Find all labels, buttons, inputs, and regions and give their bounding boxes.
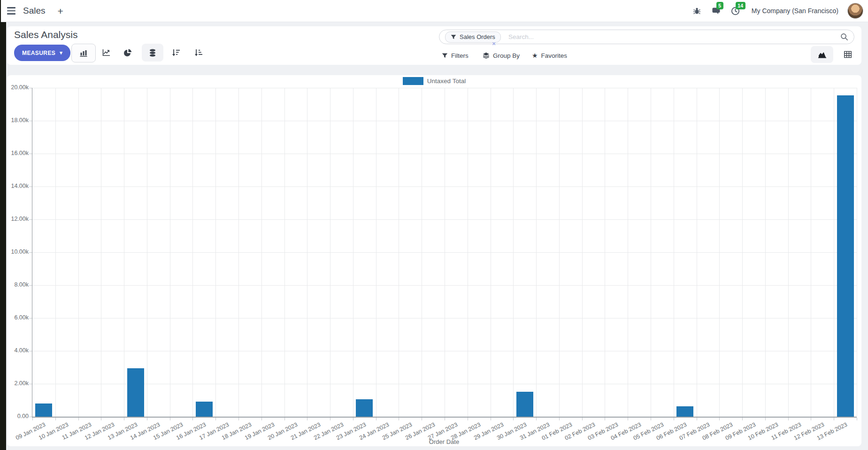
filters-label: Filters <box>451 52 469 59</box>
graph-view-button[interactable] <box>811 46 833 63</box>
x-axis-tick <box>697 418 697 420</box>
gridline-vertical <box>78 88 79 417</box>
measures-label: MEASURES <box>22 50 55 56</box>
gridline-vertical <box>238 88 239 417</box>
x-axis-tick <box>78 418 79 420</box>
pivot-table-icon <box>844 50 852 59</box>
gridline-vertical <box>719 88 720 417</box>
y-axis-tick <box>29 417 32 417</box>
measures-button[interactable]: MEASURES ▾ <box>14 45 70 61</box>
bar-06-feb-2023[interactable] <box>676 406 693 417</box>
x-axis-tick <box>192 418 193 420</box>
gridline-vertical <box>353 88 353 417</box>
y-axis-tick <box>29 252 32 253</box>
top-navbar: Sales + <box>1 0 868 22</box>
gridline-vertical <box>788 88 789 417</box>
search-icon[interactable] <box>840 33 848 41</box>
chart-legend[interactable]: Untaxed Total <box>7 77 861 85</box>
x-axis-tick <box>353 418 353 420</box>
avatar[interactable] <box>847 3 863 19</box>
x-axis-tick <box>147 418 147 420</box>
activities-menu[interactable]: 14 <box>730 6 741 16</box>
bar-09-jan-2023[interactable] <box>35 403 52 417</box>
apps-menu-icon[interactable] <box>7 6 17 16</box>
gridline-vertical <box>376 88 376 417</box>
x-axis-tick <box>32 418 33 420</box>
search-bar[interactable]: Sales Orders × <box>439 30 854 44</box>
line-chart-icon <box>102 48 111 57</box>
area-chart-icon <box>818 51 827 59</box>
bar-16-jan-2023[interactable] <box>196 402 213 417</box>
favorites-label: Favorites <box>541 52 568 59</box>
filters-button[interactable]: Filters <box>442 49 469 62</box>
bug-icon[interactable] <box>692 6 702 16</box>
x-axis-tick <box>170 418 170 420</box>
pie-chart-button[interactable] <box>119 46 136 59</box>
bar-30-jan-2023[interactable] <box>516 392 533 417</box>
gridline-vertical <box>765 88 766 417</box>
stacked-toggle-button[interactable] <box>142 44 163 62</box>
x-axis-tick <box>284 418 285 420</box>
x-axis-tick <box>834 418 834 420</box>
pivot-view-button[interactable] <box>837 46 858 63</box>
sort-ascending-button[interactable] <box>190 46 207 59</box>
plus-icon[interactable]: + <box>58 6 63 16</box>
bar-23-jan-2023[interactable] <box>356 399 373 417</box>
pie-chart-icon <box>123 48 132 57</box>
user-company-menu[interactable]: My Company (San Francisco) <box>752 7 838 15</box>
messages-menu[interactable]: 5 <box>711 6 722 16</box>
y-axis-label: 6.00k <box>7 314 29 321</box>
x-axis-tick <box>719 418 720 420</box>
gridline-vertical <box>834 88 834 417</box>
x-axis-tick <box>422 418 422 420</box>
sort-descending-button[interactable] <box>168 46 184 59</box>
search-input[interactable] <box>507 33 837 41</box>
y-axis-tick <box>29 285 32 286</box>
x-axis-tick <box>674 418 674 420</box>
gridline-vertical <box>261 88 262 417</box>
gridline-vertical <box>559 88 560 417</box>
y-axis-label: 12.00k <box>7 216 29 222</box>
x-axis-tick <box>330 418 330 420</box>
x-axis-tick <box>628 418 628 420</box>
navbar-left: Sales + <box>7 6 63 16</box>
x-axis-tick <box>857 418 857 420</box>
bar-chart-icon <box>79 49 88 57</box>
page-title: Sales Analysis <box>14 29 77 40</box>
graph-view: Untaxed Total 0.002.00k4.00k6.00k8.00k10… <box>7 75 861 446</box>
x-axis-tick <box>261 418 262 420</box>
group-by-button[interactable]: Group By <box>483 49 520 62</box>
group-by-label: Group By <box>493 52 520 59</box>
gridline-vertical <box>605 88 605 417</box>
bar-13-feb-2023[interactable] <box>837 95 854 417</box>
y-axis-label: 14.00k <box>7 183 29 189</box>
y-axis-label: 16.00k <box>7 150 29 156</box>
gridline-vertical <box>399 88 399 417</box>
gridline-vertical <box>651 88 651 417</box>
line-chart-button[interactable] <box>97 46 115 59</box>
favorites-button[interactable]: ★ Favorites <box>532 49 567 62</box>
messages-count-badge: 5 <box>716 2 723 9</box>
gridline-vertical <box>284 88 285 417</box>
plot-area: 0.002.00k4.00k6.00k8.00k10.00k12.00k14.0… <box>32 88 857 418</box>
gridline-vertical <box>445 88 445 417</box>
x-axis-tick <box>788 418 789 420</box>
sort-descending-icon <box>172 48 180 57</box>
legend-label: Untaxed Total <box>427 78 466 85</box>
y-axis-tick <box>29 121 32 121</box>
gridline-vertical <box>422 88 422 417</box>
gridline-vertical <box>55 88 56 417</box>
sort-ascending-icon <box>194 48 203 57</box>
y-axis-tick <box>29 88 32 88</box>
y-axis-label: 0.00 <box>7 413 29 419</box>
sales-app-menu[interactable]: Sales <box>23 6 46 16</box>
navbar-right: 5 14 My Company (San Francisco) <box>692 3 863 19</box>
gridline-vertical <box>582 88 583 417</box>
filter-icon <box>451 34 456 40</box>
bar-chart-button[interactable] <box>71 44 96 62</box>
gridline-vertical <box>536 88 537 417</box>
gridline-vertical <box>215 88 216 417</box>
remove-facet-icon[interactable]: × <box>492 40 496 47</box>
bar-13-jan-2023[interactable] <box>127 368 144 417</box>
y-axis-tick <box>29 219 32 220</box>
